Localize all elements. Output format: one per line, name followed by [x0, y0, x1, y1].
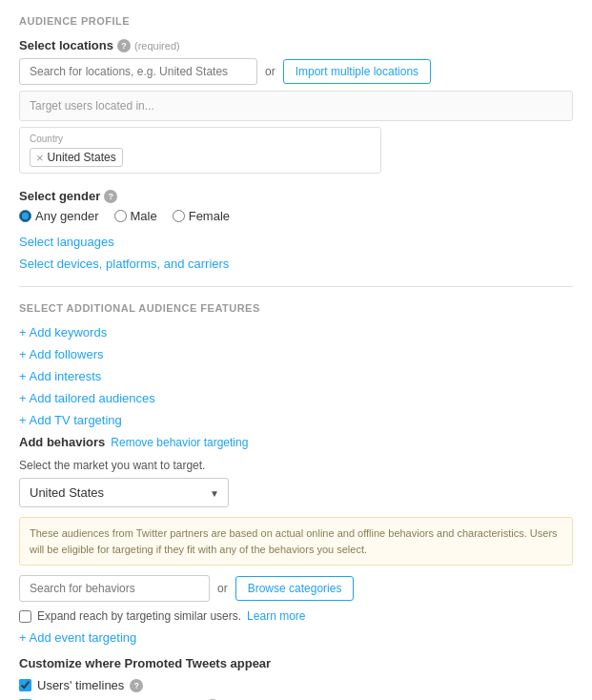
users-timelines-checkbox[interactable]: [19, 679, 31, 691]
locations-or: or: [265, 65, 276, 78]
gender-any-label: Any gender: [35, 209, 99, 223]
add-keywords-link[interactable]: + Add keywords: [19, 325, 573, 340]
users-timelines-row: Users' timelines ?: [19, 678, 573, 692]
locations-search-row: or Import multiple locations: [19, 58, 573, 85]
behavior-search-input[interactable]: [19, 575, 210, 602]
gender-any-option[interactable]: Any gender: [19, 209, 99, 223]
gender-female-radio[interactable]: [173, 210, 185, 222]
behavior-search-row: or Browse categories: [19, 575, 573, 602]
target-users-box: Target users located in...: [19, 91, 573, 121]
add-tailored-audiences-link[interactable]: + Add tailored audiences: [19, 391, 573, 405]
behaviors-label: Add behaviors: [19, 435, 105, 449]
expand-reach-label: Expand reach by targeting similar users.: [37, 609, 241, 623]
users-timelines-label: Users' timelines: [37, 678, 124, 692]
country-tag-remove[interactable]: ×: [36, 152, 44, 164]
learn-more-link[interactable]: Learn more: [247, 609, 305, 623]
expand-reach-checkbox[interactable]: [19, 610, 31, 623]
country-label: Country: [30, 134, 371, 144]
audience-profile-section: AUDIENCE PROFILE Select locations ? (req…: [19, 15, 573, 700]
country-box: Country × United States: [19, 127, 381, 174]
locations-label: Select locations ? (required): [19, 38, 573, 52]
add-tv-targeting-link[interactable]: + Add TV targeting: [19, 413, 573, 427]
market-select[interactable]: United States: [19, 478, 229, 507]
market-label: Select the market you want to target.: [19, 459, 573, 472]
additional-section-title: SELECT ADDITIONAL AUDIENCE FEATURES: [19, 302, 573, 314]
country-tag: × United States: [30, 148, 123, 167]
locations-required: (required): [134, 40, 180, 51]
gender-any-radio[interactable]: [19, 210, 31, 222]
gender-section: Select gender ? Any gender Male Female: [19, 189, 573, 223]
add-followers-link[interactable]: + Add followers: [19, 347, 573, 361]
behaviors-row: Add behaviors Remove behavior targeting: [19, 435, 573, 449]
locations-help-icon[interactable]: ?: [117, 39, 131, 52]
gender-male-option[interactable]: Male: [114, 209, 157, 223]
gender-label: Select gender ?: [19, 189, 573, 203]
behavior-or: or: [217, 582, 228, 595]
gender-male-label: Male: [131, 209, 157, 223]
add-interests-link[interactable]: + Add interests: [19, 369, 573, 383]
customize-title: Customize where Promoted Tweets appear: [19, 656, 573, 670]
behaviors-info-box: These audiences from Twitter partners ar…: [19, 517, 573, 566]
gender-female-option[interactable]: Female: [173, 209, 230, 223]
market-select-wrapper: United States ▼: [19, 478, 229, 507]
locations-search-input[interactable]: [19, 58, 257, 85]
section-title: AUDIENCE PROFILE: [19, 15, 573, 27]
gender-female-label: Female: [189, 209, 230, 223]
add-event-targeting-link[interactable]: + Add event targeting: [19, 630, 573, 645]
browse-categories-button[interactable]: Browse categories: [235, 576, 355, 601]
gender-radio-group: Any gender Male Female: [19, 209, 573, 223]
import-locations-button[interactable]: Import multiple locations: [283, 59, 431, 84]
gender-male-radio[interactable]: [114, 210, 127, 222]
country-tag-text: United States: [48, 151, 116, 164]
gender-help-icon[interactable]: ?: [104, 190, 117, 203]
users-timelines-help-icon[interactable]: ?: [130, 679, 143, 692]
section-divider: [19, 286, 573, 287]
select-languages-link[interactable]: Select languages: [19, 235, 573, 249]
remove-behavior-link[interactable]: Remove behavior targeting: [111, 436, 248, 449]
select-devices-link[interactable]: Select devices, platforms, and carriers: [19, 257, 573, 271]
expand-reach-row: Expand reach by targeting similar users.…: [19, 609, 573, 623]
